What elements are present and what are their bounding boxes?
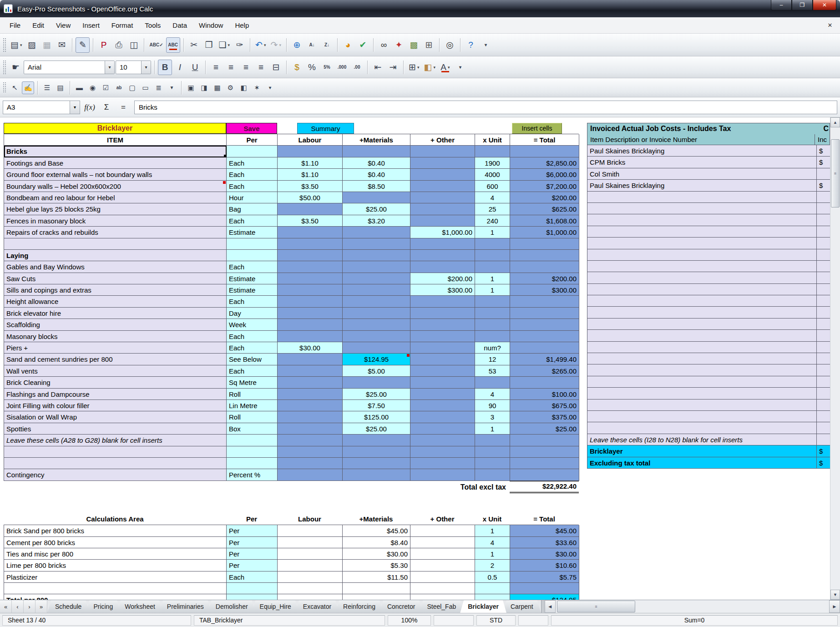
cell-item[interactable]: Flashings and Dampcourse: [4, 389, 227, 400]
cell-item[interactable]: Sand and cement sundries per 800: [4, 354, 227, 365]
cell-unit[interactable]: [475, 146, 510, 157]
status-zoom[interactable]: 100%: [388, 615, 431, 626]
edit-file-icon[interactable]: ✎: [76, 37, 90, 53]
cell-total[interactable]: $675.00: [510, 400, 579, 411]
label-field-icon[interactable]: ab: [113, 81, 125, 94]
cell-other[interactable]: [410, 571, 475, 583]
add-decimal-icon[interactable]: .000: [335, 60, 349, 75]
form-properties-icon[interactable]: ▤: [54, 81, 66, 94]
cell-materials[interactable]: [343, 250, 410, 261]
equals-button[interactable]: =: [116, 101, 131, 114]
cell-inc[interactable]: $: [817, 145, 830, 157]
sheet-tab-demolisher[interactable]: Demolisher: [208, 600, 256, 613]
cell-materials[interactable]: $125.00: [343, 411, 410, 423]
column-header-labour[interactable]: Labour: [278, 134, 343, 146]
scroll-down-button[interactable]: ▼: [830, 590, 840, 600]
sort-descending-icon[interactable]: Z↓: [320, 37, 334, 53]
autospellcheck-icon[interactable]: ABC: [166, 37, 180, 53]
status-sum[interactable]: Sum=0: [551, 615, 838, 626]
data-sources-icon[interactable]: ⊞: [422, 37, 436, 53]
cell-total[interactable]: [510, 331, 579, 342]
cell-unit[interactable]: 1: [475, 284, 510, 296]
cell-other[interactable]: [410, 157, 475, 169]
cell-per[interactable]: Each: [227, 157, 278, 169]
cell-other[interactable]: [410, 365, 475, 377]
menu-window[interactable]: Window: [193, 18, 229, 32]
cell-item[interactable]: Cement per 800 bricks: [4, 537, 227, 548]
cell-item[interactable]: Lime per 800 bricks: [4, 560, 227, 571]
cell-other[interactable]: [410, 548, 475, 560]
cell-labour[interactable]: [278, 273, 343, 284]
cell-labour[interactable]: [278, 227, 343, 238]
cell-other[interactable]: [410, 192, 475, 203]
cell-desc[interactable]: [587, 399, 817, 411]
cell-item[interactable]: Brick Cleaning: [4, 377, 227, 388]
menu-file[interactable]: File: [4, 18, 26, 32]
status-selection-mode[interactable]: STD: [476, 615, 516, 626]
cell-item[interactable]: Laying: [4, 250, 227, 261]
cell-total[interactable]: $625.00: [510, 203, 579, 215]
cell-item[interactable]: Plasticizer: [4, 571, 227, 583]
increase-indent-icon[interactable]: ⇥: [386, 60, 400, 75]
toolbar-overflow-icon[interactable]: ▾: [479, 37, 493, 53]
cell-inc[interactable]: [817, 353, 830, 364]
cell-per[interactable]: Each: [227, 261, 278, 273]
sheet-tab-reinforcing[interactable]: Reinforcing: [335, 600, 383, 613]
cell-per[interactable]: Day: [227, 308, 278, 319]
cell-unit[interactable]: [475, 446, 510, 458]
cell-inc[interactable]: [817, 192, 830, 203]
cell-other[interactable]: [410, 331, 475, 342]
open-icon[interactable]: ▨: [25, 37, 39, 53]
cell-per[interactable]: [227, 435, 278, 446]
cell-per[interactable]: [227, 446, 278, 458]
cell-labour[interactable]: [278, 525, 343, 536]
vertical-scrollbar-track[interactable]: ≡: [830, 127, 840, 590]
group-box-icon[interactable]: ▢: [126, 81, 138, 94]
menu-tools[interactable]: Tools: [139, 18, 167, 32]
cell-inc[interactable]: [817, 330, 830, 341]
borders-icon[interactable]: ⊞▾: [407, 60, 421, 75]
image-button-icon[interactable]: ▣: [185, 81, 197, 94]
cell-materials[interactable]: $0.40: [343, 157, 410, 169]
cell-unit[interactable]: [475, 319, 510, 330]
cell-total[interactable]: $2,850.00: [510, 157, 579, 169]
cell-materials[interactable]: [343, 446, 410, 458]
cell-other[interactable]: [410, 169, 475, 180]
cell-other[interactable]: $300.00: [410, 284, 475, 296]
cell-materials[interactable]: [343, 331, 410, 342]
cell-per[interactable]: [227, 594, 278, 600]
cell-unit[interactable]: [475, 435, 510, 446]
cell-inc[interactable]: $: [817, 157, 830, 168]
sheet-tab-carpent[interactable]: Carpent: [503, 600, 541, 613]
last-sheet-button[interactable]: »: [35, 600, 47, 613]
cell-other[interactable]: [410, 308, 475, 319]
menu-help[interactable]: Help: [229, 18, 255, 32]
cell-materials[interactable]: $8.40: [343, 537, 410, 548]
cell-per[interactable]: Each: [227, 342, 278, 354]
cell-item[interactable]: Piers +: [4, 342, 227, 354]
horizontal-scrollbar-thumb[interactable]: ≡: [557, 601, 635, 612]
cell-labour[interactable]: $30.00: [278, 342, 343, 354]
cell-per[interactable]: Sq Metre: [227, 377, 278, 388]
horizontal-scrollbar-track[interactable]: ≡: [556, 600, 829, 613]
cell-unit[interactable]: [475, 331, 510, 342]
export-pdf-icon[interactable]: P: [96, 37, 111, 53]
cell-inc[interactable]: [817, 307, 830, 318]
cut-icon[interactable]: ✂: [187, 37, 201, 53]
cell-other[interactable]: [410, 146, 475, 157]
find-replace-icon[interactable]: ∞: [377, 37, 391, 53]
check-box-icon[interactable]: ☑: [100, 81, 112, 94]
cell-labour[interactable]: $3.50: [278, 181, 343, 192]
next-sheet-button[interactable]: ›: [24, 600, 35, 613]
cell-unit[interactable]: 2: [475, 560, 510, 571]
cell-per[interactable]: Each: [227, 365, 278, 377]
cell-item[interactable]: Saw Cuts: [4, 273, 227, 284]
draw-functions-icon[interactable]: ✔: [356, 37, 370, 53]
scroll-right-button[interactable]: ▶: [829, 600, 840, 613]
cell-desc[interactable]: Col Smith: [587, 168, 817, 180]
cell-total[interactable]: $45.00: [510, 525, 579, 536]
cell-desc[interactable]: [587, 272, 817, 283]
cell-materials[interactable]: [343, 238, 410, 250]
cell-inc[interactable]: [817, 214, 830, 226]
cell-unit[interactable]: 1: [475, 423, 510, 435]
